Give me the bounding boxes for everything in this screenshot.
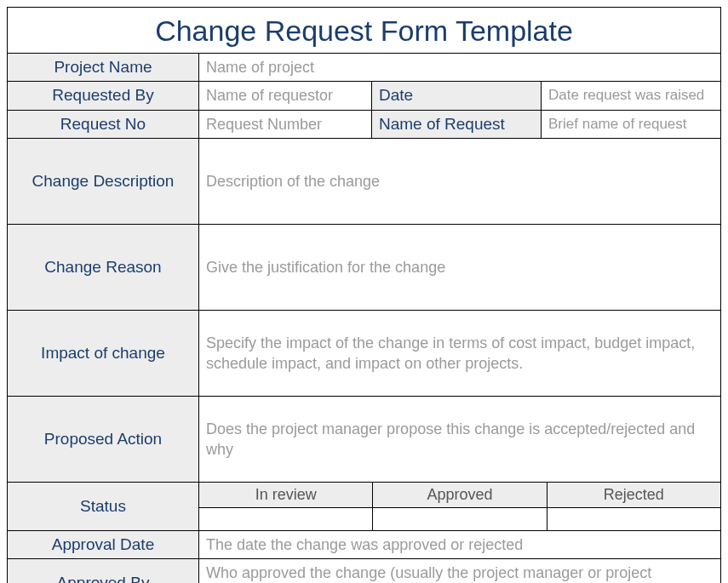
field-request-no[interactable]: Request Number	[199, 111, 371, 138]
row-proposed-action: Proposed Action Does the project manager…	[8, 397, 720, 483]
field-date[interactable]: Date request was raised	[542, 82, 720, 109]
label-date: Date	[371, 82, 542, 109]
label-impact-of-change: Impact of change	[8, 311, 199, 396]
status-cell-approved[interactable]	[373, 508, 547, 530]
label-request-no: Request No	[8, 111, 199, 138]
field-requested-by[interactable]: Name of requestor	[199, 82, 371, 109]
status-body: In review Approved Rejected	[199, 483, 720, 530]
row-approved-by: Approved By Who approved the change (usu…	[8, 559, 720, 583]
label-approved-by: Approved By	[8, 559, 199, 583]
change-request-form: Change Request Form Template Project Nam…	[7, 7, 721, 583]
status-header-rejected: Rejected	[547, 483, 720, 507]
row-requested-by: Requested By Name of requestor Date Date…	[8, 82, 720, 110]
field-change-description[interactable]: Description of the change	[199, 139, 720, 224]
label-status: Status	[8, 483, 199, 530]
status-header-approved: Approved	[373, 483, 547, 507]
row-request-no: Request No Request Number Name of Reques…	[8, 111, 720, 139]
field-name-of-request[interactable]: Brief name of request	[542, 111, 720, 138]
status-header-in-review: In review	[199, 483, 373, 507]
field-approved-by[interactable]: Who approved the change (usually the pro…	[199, 559, 720, 583]
row-project-name: Project Name Name of project	[8, 54, 720, 82]
label-name-of-request: Name of Request	[371, 111, 542, 138]
row-impact-of-change: Impact of change Specify the impact of t…	[8, 311, 720, 397]
row-change-description: Change Description Description of the ch…	[8, 139, 720, 225]
status-cell-rejected[interactable]	[547, 508, 720, 530]
label-approval-date: Approval Date	[8, 531, 199, 558]
label-change-description: Change Description	[8, 139, 199, 224]
field-approval-date[interactable]: The date the change was approved or reje…	[199, 531, 720, 558]
row-approval-date: Approval Date The date the change was ap…	[8, 531, 720, 559]
row-change-reason: Change Reason Give the justification for…	[8, 225, 720, 311]
field-change-reason[interactable]: Give the justification for the change	[199, 225, 720, 310]
status-header-row: In review Approved Rejected	[199, 483, 720, 508]
label-change-reason: Change Reason	[8, 225, 199, 310]
label-project-name: Project Name	[8, 54, 199, 81]
label-proposed-action: Proposed Action	[8, 397, 199, 482]
status-value-row	[199, 508, 720, 530]
row-status: Status In review Approved Rejected	[8, 483, 720, 531]
field-project-name[interactable]: Name of project	[199, 54, 720, 81]
form-title: Change Request Form Template	[8, 8, 720, 54]
status-cell-in-review[interactable]	[199, 508, 373, 530]
label-requested-by: Requested By	[8, 82, 199, 109]
field-impact-of-change[interactable]: Specify the impact of the change in term…	[199, 311, 720, 396]
field-proposed-action[interactable]: Does the project manager propose this ch…	[199, 397, 720, 482]
